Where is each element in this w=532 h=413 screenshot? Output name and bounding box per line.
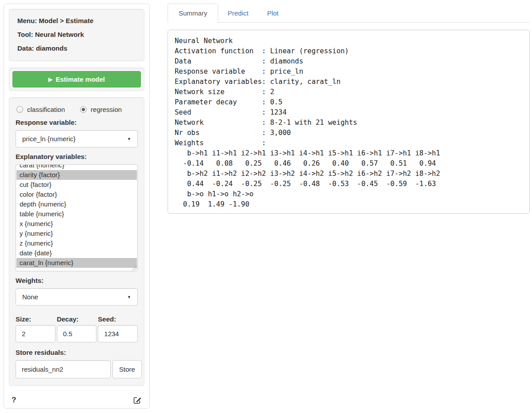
variable-option[interactable]: carat_ln {numeric}	[16, 258, 137, 268]
chevron-down-icon: ▼	[127, 137, 131, 141]
weights-label: Weights:	[16, 277, 138, 284]
variable-option[interactable]: z {numeric}	[16, 238, 137, 248]
dataset-label: Data: diamonds	[17, 44, 136, 52]
play-icon: ▶	[48, 76, 52, 83]
weights-select[interactable]: None ▼	[16, 288, 138, 306]
decay-input[interactable]	[57, 325, 97, 342]
sidebar-footer: ?	[9, 395, 144, 405]
size-input[interactable]	[16, 325, 56, 342]
store-button[interactable]: Store	[112, 360, 142, 378]
variable-option[interactable]: x {numeric}	[16, 219, 137, 229]
edit-report-icon[interactable]	[133, 396, 142, 405]
response-variable-label: Response variable:	[16, 119, 138, 126]
decay-label: Decay:	[57, 315, 97, 323]
tab-bar: Summary Predict Plot	[168, 4, 530, 23]
explanatory-variables-label: Explanatory variables:	[16, 153, 138, 160]
variable-option[interactable]: clarity {factor}	[16, 170, 137, 180]
summary-output: Neural Network Activation function : Lin…	[175, 36, 523, 210]
seed-label: Seed:	[98, 315, 138, 323]
estimate-model-button[interactable]: ▶Estimate model	[12, 71, 141, 87]
radio-regression[interactable]: regression	[80, 106, 122, 113]
radio-classification[interactable]: classification	[16, 106, 65, 113]
help-icon[interactable]: ?	[12, 396, 16, 405]
radio-circle-icon[interactable]	[16, 106, 23, 113]
variable-option[interactable]: color {factor}	[16, 190, 137, 199]
summary-output-panel: Neural Network Activation function : Lin…	[168, 30, 530, 214]
tab-summary[interactable]: Summary	[168, 4, 218, 23]
response-variable-value: price_ln {numeric}	[22, 135, 76, 143]
radio-circle-icon[interactable]	[80, 106, 87, 113]
chevron-down-icon: ▼	[127, 295, 131, 299]
menu-breadcrumb: Menu: Model > Estimate	[17, 17, 136, 24]
weights-value: None	[22, 293, 38, 301]
size-decay-seed-labels: Size: Decay: Seed:	[16, 313, 138, 324]
tab-predict[interactable]: Predict	[218, 4, 258, 23]
variable-option[interactable]: date {date}	[16, 248, 137, 258]
model-type-radios: classification regression	[16, 106, 138, 113]
radio-classification-label: classification	[27, 106, 65, 113]
radio-regression-label: regression	[91, 106, 122, 113]
seed-input[interactable]	[98, 325, 138, 342]
variable-option[interactable]: y {numeric}	[16, 229, 137, 238]
size-decay-seed-inputs	[16, 325, 138, 342]
estimate-model-label: Estimate model	[56, 75, 105, 83]
store-residuals-row: Store	[16, 360, 138, 378]
store-residuals-label: Store residuals:	[16, 349, 138, 356]
variable-option[interactable]: depth {numeric}	[16, 199, 137, 209]
response-variable-select[interactable]: price_ln {numeric} ▼	[16, 130, 138, 147]
main-content: Summary Predict Plot Neural Network Acti…	[168, 4, 530, 214]
context-panel: Menu: Model > Estimate Tool: Neural Netw…	[9, 9, 144, 61]
store-residuals-input[interactable]	[16, 360, 111, 378]
resize-handle-icon[interactable]	[132, 266, 137, 270]
estimate-panel: ▶Estimate model	[9, 68, 144, 91]
tool-label: Tool: Neural Network	[17, 31, 136, 38]
size-label: Size:	[16, 315, 56, 323]
variable-option[interactable]: carat {numeric}	[16, 164, 137, 170]
variable-option[interactable]: cut {factor}	[16, 180, 137, 190]
tab-plot[interactable]: Plot	[258, 4, 288, 23]
model-settings-panel: classification regression Response varia…	[9, 97, 144, 386]
explanatory-variables-listbox[interactable]: carat {numeric} clarity {factor} cut {fa…	[16, 164, 138, 271]
sidebar: Menu: Model > Estimate Tool: Neural Netw…	[4, 4, 150, 409]
variable-option[interactable]: table {numeric}	[16, 209, 137, 219]
